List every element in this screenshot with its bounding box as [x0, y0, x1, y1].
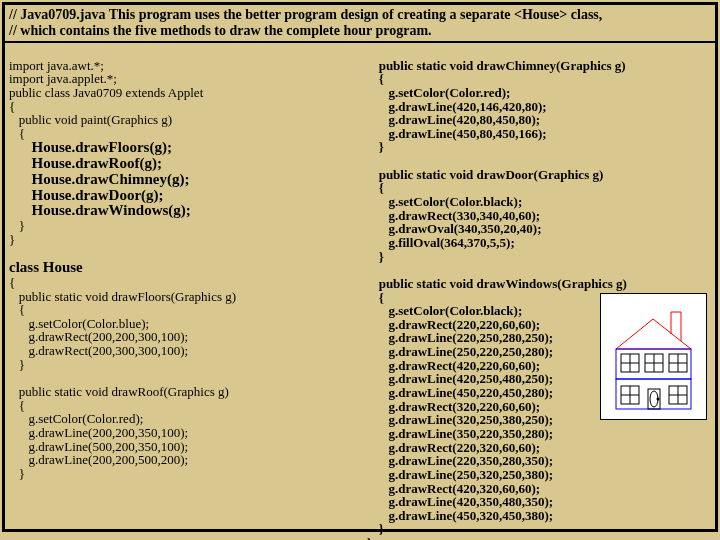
code-line: public void paint(Graphics g) — [9, 112, 172, 127]
code-line: public static void drawChimney(Graphics … — [379, 58, 626, 73]
code-line: House.drawFloors(g); — [9, 139, 172, 155]
header-line-2: // which contains the five methods to dr… — [9, 23, 711, 39]
code-line: } — [379, 521, 384, 536]
code-line: } — [367, 535, 372, 540]
house-output-image — [600, 293, 707, 420]
code-line: } — [9, 466, 25, 481]
code-line: } — [379, 249, 384, 264]
code-line: g.drawRect(200,300,300,100); — [9, 343, 188, 358]
code-line: g.drawLine(450,80,450,166); — [379, 126, 547, 141]
code-line: House.drawDoor(g); — [9, 187, 164, 203]
code-line: g.drawLine(450,320,450,380); — [379, 508, 553, 523]
code-line: class House — [9, 259, 83, 275]
code-line: g.drawLine(200,200,500,200); — [9, 452, 188, 467]
code-line: g.fillOval(364,370,5,5); — [379, 235, 515, 250]
code-line: House.drawChimney(g); — [9, 171, 189, 187]
code-line: House.drawWindows(g); — [9, 202, 191, 218]
code-line: public static void drawWindows(Graphics … — [379, 276, 627, 291]
code-line: } — [379, 139, 384, 154]
header-comment: // Java0709.java This program uses the b… — [5, 5, 715, 43]
slide-container: // Java0709.java This program uses the b… — [2, 2, 718, 532]
code-line: public static void drawFloors(Graphics g… — [9, 289, 236, 304]
code-line: } — [9, 357, 25, 372]
code-line: House.drawRoof(g); — [9, 155, 162, 171]
header-line-1: // Java0709.java This program uses the b… — [9, 7, 711, 23]
svg-point-19 — [657, 398, 660, 401]
code-line: } — [9, 232, 15, 247]
code-line: public static void drawDoor(Graphics g) — [379, 167, 604, 182]
house-icon — [601, 294, 706, 419]
code-area: import java.awt.*; import java.applet.*;… — [5, 43, 715, 533]
left-column: import java.awt.*; import java.applet.*;… — [5, 43, 375, 533]
code-line: public static void drawRoof(Graphics g) — [9, 384, 229, 399]
code-line: public class Java0709 extends Applet — [9, 85, 203, 100]
right-column: public static void drawChimney(Graphics … — [375, 43, 715, 533]
